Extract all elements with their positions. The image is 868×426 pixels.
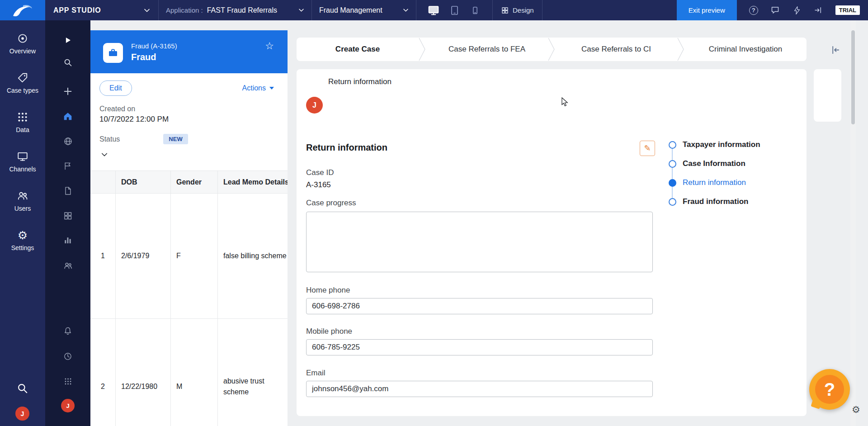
stage-criminal-investigation[interactable]: Criminal Investigation	[684, 45, 807, 54]
topbar: APP STUDIO Application : FAST Fraud Refe…	[0, 0, 868, 20]
app-studio-label: APP STUDIO	[53, 6, 101, 14]
email-input[interactable]	[306, 381, 653, 397]
case-data-table: DOB Gender Lead Memo Details 1 2/6/1979 …	[90, 170, 288, 426]
case-id-value: A-3165	[306, 180, 653, 189]
sidebar: Overview Case types Data Channels Users …	[0, 20, 45, 426]
help-icon[interactable]: ?	[749, 5, 759, 15]
app-root: APP STUDIO Application : FAST Fraud Refe…	[0, 0, 868, 426]
briefcase-icon	[108, 47, 118, 58]
pega-logo[interactable]	[0, 0, 45, 20]
edit-button[interactable]: Edit	[99, 80, 132, 96]
design-label: Design	[513, 6, 534, 14]
actions-menu[interactable]: Actions	[242, 84, 274, 92]
cell-gender: M	[171, 319, 218, 426]
application-selector[interactable]: Application : FAST Fraud Referrals	[159, 0, 311, 20]
collapse-panel-icon[interactable]	[829, 44, 841, 56]
cell-memo: false billing scheme	[218, 194, 288, 319]
sidebar-item-data[interactable]: Data	[0, 103, 45, 142]
stage-separator	[548, 38, 555, 61]
header-cell-gender: Gender	[171, 171, 218, 194]
mobile-preview-icon[interactable]	[469, 4, 481, 17]
workspace-value: Fraud Management	[319, 6, 382, 14]
user-avatar[interactable]: J	[15, 407, 29, 421]
stage-case-referrals-to-fea[interactable]: Case Referrals to FEA	[426, 45, 548, 54]
chevron-down-icon	[298, 8, 304, 12]
sidebar-item-users[interactable]: Users	[0, 181, 45, 221]
announcements-icon[interactable]	[792, 5, 802, 15]
stage-separator	[677, 38, 684, 61]
edit-section-button[interactable]: ✎	[640, 141, 655, 156]
run-icon[interactable]	[62, 35, 73, 46]
search-icon[interactable]	[17, 383, 28, 396]
trial-badge: TRIAL	[835, 5, 860, 15]
stage-case-referrals-to-ci[interactable]: Case Referrals to CI	[555, 45, 677, 54]
collapse-details-chevron[interactable]	[100, 151, 110, 160]
header-cell-index	[90, 171, 116, 194]
stage-navigation: Create Case Case Referrals to FEA Case R…	[297, 38, 807, 61]
recents-icon[interactable]	[62, 351, 73, 362]
home-phone-input[interactable]	[306, 298, 653, 314]
workspace-selector[interactable]: Fraud Management	[312, 0, 416, 20]
desktop-preview-icon[interactable]	[427, 4, 440, 17]
step-circle-icon	[669, 141, 676, 149]
sidebar-item-channels[interactable]: Channels	[0, 142, 45, 181]
step-label: Case Information	[683, 159, 745, 168]
utilities-panel	[814, 69, 841, 122]
step-circle-icon	[669, 179, 676, 187]
step-case-information[interactable]: Case Information	[669, 154, 800, 173]
form-stepper: Taxpayer information Case Information Re…	[669, 135, 800, 211]
document-icon[interactable]	[62, 185, 73, 196]
device-preview-group	[416, 0, 492, 20]
cell-dob: 12/22/1980	[116, 319, 171, 426]
step-taxpayer-information[interactable]: Taxpayer information	[669, 135, 800, 154]
stage-create-case[interactable]: Create Case	[297, 45, 419, 54]
explore-icon[interactable]	[62, 136, 73, 147]
case-types-icon	[17, 72, 28, 84]
design-button[interactable]: Design	[493, 0, 542, 20]
resource-center-icon[interactable]	[814, 5, 824, 15]
mobile-phone-input[interactable]	[306, 339, 653, 355]
team-icon[interactable]	[62, 260, 73, 271]
step-circle-icon	[669, 198, 676, 206]
email-label: Email	[306, 369, 653, 378]
cell-gender: F	[171, 194, 218, 319]
apps-icon[interactable]	[62, 376, 73, 387]
pega-logo-mark	[12, 4, 33, 17]
table-row[interactable]: 1 2/6/1979 F false billing scheme	[90, 194, 288, 319]
feedback-icon[interactable]	[770, 5, 780, 15]
dashboard-icon[interactable]	[62, 210, 73, 221]
case-type-tile	[103, 43, 123, 63]
notifications-icon[interactable]	[62, 326, 73, 336]
search-icon[interactable]	[62, 57, 73, 68]
app-studio-menu[interactable]: APP STUDIO	[45, 0, 158, 20]
help-fab[interactable]: ?	[809, 369, 850, 410]
sidebar-item-case-types[interactable]: Case types	[0, 63, 45, 103]
add-icon[interactable]	[62, 86, 73, 97]
chevron-down-icon	[403, 8, 409, 12]
star-icon[interactable]: ☆	[265, 40, 274, 52]
table-row[interactable]: 2 12/22/1980 M abusive trust scheme	[90, 319, 288, 426]
home-phone-label: Home phone	[306, 286, 653, 295]
chevron-down-icon	[144, 8, 150, 13]
scrollbar-thumb[interactable]	[851, 30, 855, 124]
overview-icon	[17, 33, 28, 44]
home-icon[interactable]	[62, 111, 73, 122]
chart-icon[interactable]	[62, 235, 73, 246]
header-cell-memo: Lead Memo Details	[218, 171, 288, 194]
step-fraud-information[interactable]: Fraud information	[669, 192, 800, 211]
cell-index: 1	[90, 194, 116, 319]
sidebar-item-label: Overview	[9, 47, 36, 55]
step-return-information[interactable]: Return information	[669, 173, 800, 192]
help-fab-inner: ?	[815, 375, 844, 404]
settings-gear-icon[interactable]: ⚙	[852, 404, 860, 415]
flag-icon[interactable]	[62, 161, 73, 171]
sidebar-item-settings[interactable]: ⚙ Settings	[0, 221, 45, 260]
case-progress-input[interactable]	[306, 212, 653, 272]
case-title: Fraud	[131, 52, 156, 62]
sidebar-item-overview[interactable]: Overview	[0, 24, 45, 63]
tablet-preview-icon[interactable]	[448, 4, 461, 17]
user-avatar[interactable]: J	[61, 399, 75, 412]
application-label: Application :	[166, 6, 203, 14]
exit-preview-button[interactable]: Exit preview	[677, 0, 737, 20]
case-view-card: Return information J Return information …	[297, 69, 807, 416]
